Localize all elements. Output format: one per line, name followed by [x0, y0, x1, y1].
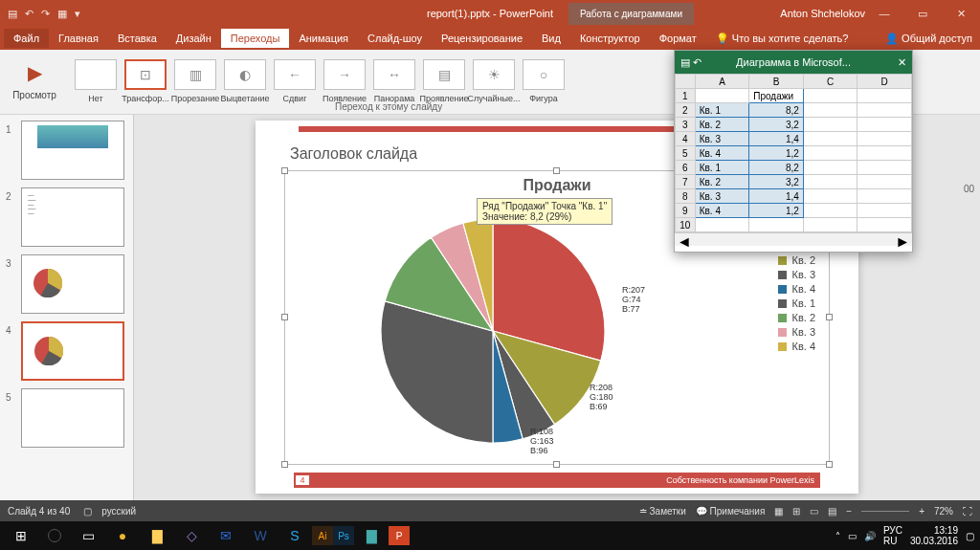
zoom-in[interactable]: +: [919, 506, 924, 517]
outlook-icon[interactable]: ✉: [209, 523, 243, 548]
notifications-icon[interactable]: ▢: [966, 531, 974, 541]
skype-icon[interactable]: S: [278, 523, 312, 548]
minimize-button[interactable]: —: [865, 0, 903, 27]
tab-animation[interactable]: Анимация: [289, 29, 358, 48]
chart-tooltip: Ряд "Продажи" Точка "Кв. 1"Значение: 8,2…: [477, 198, 612, 225]
legend-item[interactable]: Кв. 2: [778, 312, 815, 323]
chart-tools-label: Работа с диаграммами: [568, 3, 694, 25]
ai-icon[interactable]: Ai: [312, 526, 333, 545]
transition-0[interactable]: Нет: [71, 54, 121, 103]
volume-icon[interactable]: 🔊: [864, 531, 876, 541]
excel-title: Диаграмма в Microsof...: [736, 56, 851, 68]
tab-insert[interactable]: Вставка: [108, 29, 167, 48]
thumb-4[interactable]: [21, 321, 124, 381]
qat-dropdown-icon[interactable]: ▾: [75, 8, 80, 20]
transition-9[interactable]: ○Фигура: [519, 54, 568, 103]
rgb-label-2: R:208 G:180 B:69: [590, 384, 613, 412]
undo-icon[interactable]: ↶: [25, 8, 33, 20]
excel-grid[interactable]: ABCD1Продажи2Кв. 18,23Кв. 23,24Кв. 31,45…: [675, 74, 912, 232]
maximize-button[interactable]: ▭: [903, 0, 942, 27]
tab-format[interactable]: Формат: [650, 29, 706, 48]
thumb-3[interactable]: [21, 254, 124, 314]
powerpoint-icon[interactable]: P: [389, 526, 410, 545]
excel-close-button[interactable]: ✕: [898, 56, 906, 69]
user-name[interactable]: Anton Shchelokov: [780, 8, 865, 19]
rgb-label-1: R:207 G:74 B:77: [622, 286, 645, 315]
transition-4[interactable]: ←Сдвиг: [270, 54, 320, 103]
start-button[interactable]: ⊞: [4, 523, 38, 548]
comments-button[interactable]: 💬 Примечания: [696, 506, 766, 517]
view-normal-icon[interactable]: ▦: [774, 506, 783, 517]
zoom-out[interactable]: −: [846, 506, 852, 517]
preview-button[interactable]: ▶ Просмотр: [8, 54, 61, 100]
thumb-5[interactable]: [21, 388, 124, 448]
play-icon: ▶: [17, 55, 52, 90]
view-slideshow-icon[interactable]: ▤: [828, 506, 836, 517]
view-reading-icon[interactable]: ▭: [810, 506, 818, 517]
transition-2[interactable]: ▥Прорезание: [170, 54, 220, 103]
tab-transitions[interactable]: Переходы: [221, 29, 290, 48]
legend-item[interactable]: Кв. 3: [778, 269, 815, 280]
autosave-icon[interactable]: ▦: [57, 8, 67, 20]
legend-item[interactable]: Кв. 2: [778, 254, 815, 266]
vs-icon[interactable]: ◇: [174, 523, 209, 548]
zoom-slider[interactable]: [861, 511, 909, 512]
tellme[interactable]: 💡 Что вы хотите сделать?: [706, 29, 858, 49]
redo-icon[interactable]: ↷: [41, 8, 50, 20]
thumb-1[interactable]: [21, 121, 124, 180]
quick-access-toolbar: ▤ ↶ ↷ ▦ ▾: [0, 8, 80, 20]
view-sorter-icon[interactable]: ⊞: [792, 506, 800, 517]
slide-footer: 4 Собственность компании PowerLexis: [294, 473, 820, 488]
network-icon[interactable]: ▭: [848, 531, 857, 541]
legend-item[interactable]: Кв. 4: [778, 283, 815, 295]
notes-button[interactable]: ≐ Заметки: [639, 506, 686, 517]
language[interactable]: русский: [101, 506, 136, 517]
zoom-input[interactable]: 00: [964, 184, 974, 194]
rgb-label-3: R:108 G:163 B:96: [530, 428, 554, 456]
explorer-icon[interactable]: ▇: [140, 523, 174, 548]
transition-3[interactable]: ◐Выцветание: [220, 54, 270, 103]
save-icon[interactable]: ▤: [8, 8, 17, 20]
clock[interactable]: 13:1930.03.2016: [910, 525, 958, 546]
transition-7[interactable]: ▤Проявление: [419, 54, 469, 103]
chrome-icon[interactable]: ●: [105, 523, 140, 548]
ps-icon[interactable]: Ps: [333, 526, 354, 545]
app-icon[interactable]: ▇: [354, 523, 389, 548]
excel-data-window[interactable]: ▤ ↶ Диаграмма в Microsof... ✕ ABCD1Прода…: [674, 50, 913, 253]
legend-item[interactable]: Кв. 1: [778, 297, 815, 309]
slide-thumbnails[interactable]: 1 2━━━━━━━━━━━━━━━━━ 3 4 5: [0, 115, 134, 500]
tab-home[interactable]: Главная: [49, 29, 108, 48]
spellcheck-icon[interactable]: ▢: [83, 506, 92, 517]
search-icon[interactable]: [48, 529, 61, 542]
tab-file[interactable]: Файл: [4, 29, 49, 48]
transition-5[interactable]: →Появление: [320, 54, 369, 103]
word-icon[interactable]: W: [243, 523, 278, 548]
title-bar: ▤ ↶ ↷ ▦ ▾ report(1).pptx - PowerPoint Ра…: [0, 0, 980, 27]
legend-item[interactable]: Кв. 4: [778, 341, 815, 352]
zoom-level[interactable]: 72%: [934, 506, 953, 517]
excel-undo-icon[interactable]: ↶: [693, 56, 702, 69]
taskbar: ⊞ ▭ ● ▇ ◇ ✉ W S Ai Ps ▇ P ˄ ▭ 🔊 РУСRU 13…: [0, 521, 980, 550]
excel-scrollbar[interactable]: ◄►: [675, 232, 912, 246]
pie-chart[interactable]: [381, 219, 605, 443]
tab-slideshow[interactable]: Слайд-шоу: [358, 29, 432, 48]
tab-design[interactable]: Дизайн: [167, 29, 221, 48]
chart-legend[interactable]: Кв. 1Кв. 2Кв. 3Кв. 4Кв. 1Кв. 2Кв. 3Кв. 4: [778, 240, 815, 355]
system-tray[interactable]: ˄ ▭ 🔊 РУСRU 13:1930.03.2016 ▢: [835, 525, 974, 546]
tab-view[interactable]: Вид: [532, 29, 570, 48]
slide-counter[interactable]: Слайд 4 из 40: [8, 506, 70, 517]
tab-review[interactable]: Рецензирование: [432, 29, 532, 48]
fit-icon[interactable]: ⛶: [963, 506, 972, 517]
transition-1[interactable]: ⊡Трансфор...: [121, 54, 170, 103]
transition-6[interactable]: ↔Панорама: [369, 54, 419, 103]
transition-8[interactable]: ☀Случайные...: [469, 54, 519, 103]
tab-designer[interactable]: Конструктор: [570, 29, 650, 48]
taskview-icon[interactable]: ▭: [71, 523, 105, 548]
share-button[interactable]: 👤 Общий доступ: [885, 33, 972, 45]
legend-item[interactable]: Кв. 3: [778, 326, 815, 338]
thumb-2[interactable]: ━━━━━━━━━━━━━━━━━: [21, 187, 124, 247]
tray-up-icon[interactable]: ˄: [835, 531, 840, 541]
status-bar: Слайд 4 из 40 ▢ русский ≐ Заметки 💬 Прим…: [0, 500, 980, 521]
excel-save-icon[interactable]: ▤: [680, 56, 690, 69]
close-button[interactable]: ✕: [942, 0, 980, 27]
